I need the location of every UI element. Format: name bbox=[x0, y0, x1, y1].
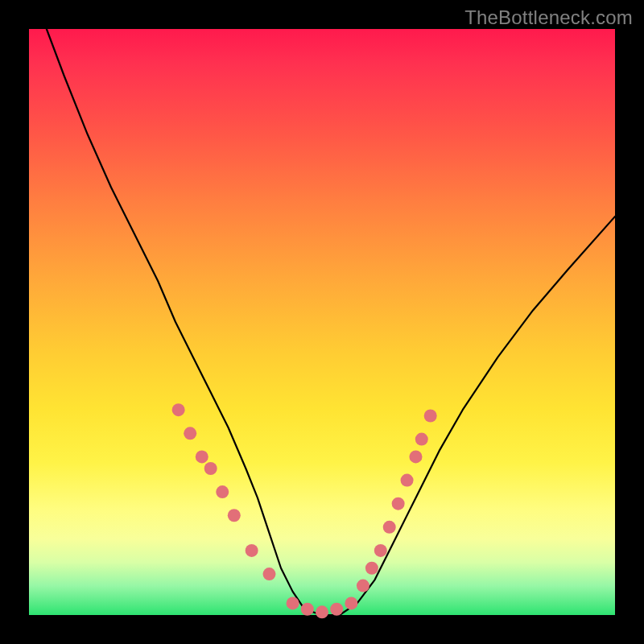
dots-right-dot bbox=[415, 433, 428, 446]
markers-group bbox=[172, 403, 437, 618]
dots-left-dot bbox=[204, 462, 217, 475]
dots-right-dot bbox=[392, 497, 405, 510]
dots-right-dot bbox=[401, 474, 414, 487]
dots-left-dot bbox=[184, 427, 196, 440]
bottleneck-curve bbox=[47, 29, 615, 615]
dots-valley-dot bbox=[330, 603, 343, 616]
dots-left-dot bbox=[246, 544, 258, 557]
dots-left-dot bbox=[262, 568, 275, 580]
dots-valley-dot bbox=[316, 605, 328, 618]
plot-area bbox=[29, 29, 615, 615]
dots-valley-dot bbox=[301, 603, 314, 616]
dots-right-dot bbox=[357, 580, 369, 592]
dots-right-dot bbox=[409, 450, 422, 463]
dots-right-dot bbox=[365, 562, 378, 575]
dots-valley-dot bbox=[345, 597, 357, 609]
dots-right-dot bbox=[424, 409, 437, 422]
chart-frame: TheBottleneck.com bbox=[0, 0, 644, 644]
dots-left-dot bbox=[196, 450, 208, 463]
dots-left-dot bbox=[172, 403, 185, 416]
dots-right-dot bbox=[383, 521, 396, 534]
dots-left-dot bbox=[216, 485, 229, 498]
dots-valley-dot bbox=[287, 597, 299, 609]
watermark-text: TheBottleneck.com bbox=[464, 6, 633, 29]
chart-overlay bbox=[29, 29, 615, 615]
dots-right-dot bbox=[374, 544, 387, 557]
dots-left-dot bbox=[228, 509, 241, 522]
